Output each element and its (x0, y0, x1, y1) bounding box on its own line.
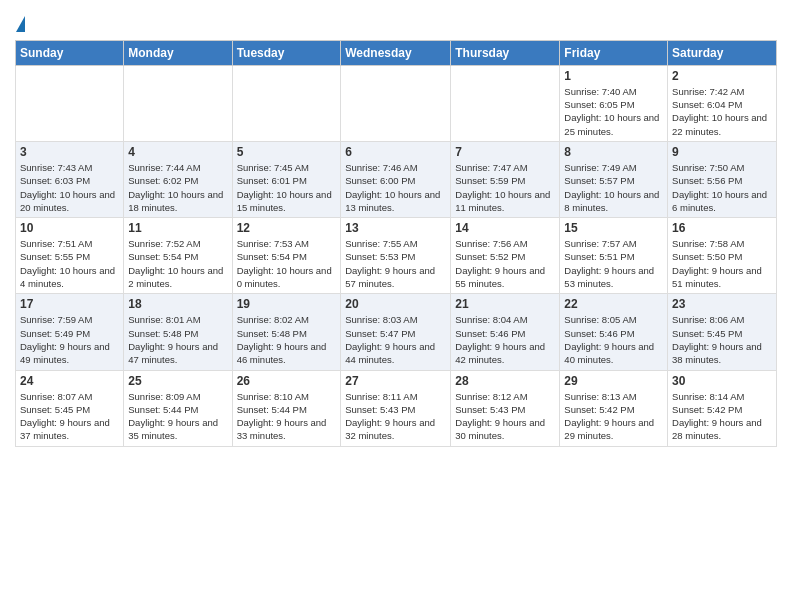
day-number: 1 (564, 69, 663, 83)
day-number: 3 (20, 145, 119, 159)
day-number: 2 (672, 69, 772, 83)
column-header-tuesday: Tuesday (232, 40, 341, 65)
page-header (15, 10, 777, 34)
calendar-cell: 20Sunrise: 8:03 AMSunset: 5:47 PMDayligh… (341, 294, 451, 370)
day-number: 16 (672, 221, 772, 235)
day-number: 7 (455, 145, 555, 159)
day-number: 28 (455, 374, 555, 388)
day-info: Sunrise: 8:04 AMSunset: 5:46 PMDaylight:… (455, 313, 555, 366)
calendar-cell: 5Sunrise: 7:45 AMSunset: 6:01 PMDaylight… (232, 141, 341, 217)
calendar-body: 1Sunrise: 7:40 AMSunset: 6:05 PMDaylight… (16, 65, 777, 446)
calendar-week-3: 10Sunrise: 7:51 AMSunset: 5:55 PMDayligh… (16, 218, 777, 294)
calendar-cell: 21Sunrise: 8:04 AMSunset: 5:46 PMDayligh… (451, 294, 560, 370)
calendar-cell: 25Sunrise: 8:09 AMSunset: 5:44 PMDayligh… (124, 370, 232, 446)
day-info: Sunrise: 8:07 AMSunset: 5:45 PMDaylight:… (20, 390, 119, 443)
calendar-week-5: 24Sunrise: 8:07 AMSunset: 5:45 PMDayligh… (16, 370, 777, 446)
day-number: 10 (20, 221, 119, 235)
column-header-sunday: Sunday (16, 40, 124, 65)
day-number: 25 (128, 374, 227, 388)
day-info: Sunrise: 7:42 AMSunset: 6:04 PMDaylight:… (672, 85, 772, 138)
calendar-cell: 7Sunrise: 7:47 AMSunset: 5:59 PMDaylight… (451, 141, 560, 217)
day-info: Sunrise: 7:45 AMSunset: 6:01 PMDaylight:… (237, 161, 337, 214)
calendar-cell (341, 65, 451, 141)
day-info: Sunrise: 7:53 AMSunset: 5:54 PMDaylight:… (237, 237, 337, 290)
day-info: Sunrise: 7:40 AMSunset: 6:05 PMDaylight:… (564, 85, 663, 138)
day-number: 20 (345, 297, 446, 311)
calendar-cell: 15Sunrise: 7:57 AMSunset: 5:51 PMDayligh… (560, 218, 668, 294)
day-number: 5 (237, 145, 337, 159)
calendar-table: SundayMondayTuesdayWednesdayThursdayFrid… (15, 40, 777, 447)
day-number: 18 (128, 297, 227, 311)
column-header-friday: Friday (560, 40, 668, 65)
calendar-cell: 17Sunrise: 7:59 AMSunset: 5:49 PMDayligh… (16, 294, 124, 370)
logo-general (15, 14, 25, 34)
column-header-saturday: Saturday (668, 40, 777, 65)
calendar-cell: 14Sunrise: 7:56 AMSunset: 5:52 PMDayligh… (451, 218, 560, 294)
day-number: 22 (564, 297, 663, 311)
day-info: Sunrise: 8:14 AMSunset: 5:42 PMDaylight:… (672, 390, 772, 443)
calendar-header-row: SundayMondayTuesdayWednesdayThursdayFrid… (16, 40, 777, 65)
calendar-cell: 16Sunrise: 7:58 AMSunset: 5:50 PMDayligh… (668, 218, 777, 294)
calendar-cell: 8Sunrise: 7:49 AMSunset: 5:57 PMDaylight… (560, 141, 668, 217)
day-info: Sunrise: 7:43 AMSunset: 6:03 PMDaylight:… (20, 161, 119, 214)
day-number: 24 (20, 374, 119, 388)
day-number: 13 (345, 221, 446, 235)
day-number: 14 (455, 221, 555, 235)
day-info: Sunrise: 7:56 AMSunset: 5:52 PMDaylight:… (455, 237, 555, 290)
day-number: 23 (672, 297, 772, 311)
calendar-cell: 23Sunrise: 8:06 AMSunset: 5:45 PMDayligh… (668, 294, 777, 370)
day-number: 19 (237, 297, 337, 311)
calendar-cell: 13Sunrise: 7:55 AMSunset: 5:53 PMDayligh… (341, 218, 451, 294)
day-info: Sunrise: 7:58 AMSunset: 5:50 PMDaylight:… (672, 237, 772, 290)
day-info: Sunrise: 8:13 AMSunset: 5:42 PMDaylight:… (564, 390, 663, 443)
day-info: Sunrise: 8:01 AMSunset: 5:48 PMDaylight:… (128, 313, 227, 366)
day-info: Sunrise: 7:51 AMSunset: 5:55 PMDaylight:… (20, 237, 119, 290)
day-info: Sunrise: 7:44 AMSunset: 6:02 PMDaylight:… (128, 161, 227, 214)
calendar-cell (124, 65, 232, 141)
calendar-cell: 29Sunrise: 8:13 AMSunset: 5:42 PMDayligh… (560, 370, 668, 446)
day-info: Sunrise: 8:02 AMSunset: 5:48 PMDaylight:… (237, 313, 337, 366)
calendar-cell: 22Sunrise: 8:05 AMSunset: 5:46 PMDayligh… (560, 294, 668, 370)
day-number: 17 (20, 297, 119, 311)
calendar-cell: 26Sunrise: 8:10 AMSunset: 5:44 PMDayligh… (232, 370, 341, 446)
day-info: Sunrise: 8:03 AMSunset: 5:47 PMDaylight:… (345, 313, 446, 366)
calendar-cell: 30Sunrise: 8:14 AMSunset: 5:42 PMDayligh… (668, 370, 777, 446)
day-info: Sunrise: 7:49 AMSunset: 5:57 PMDaylight:… (564, 161, 663, 214)
day-info: Sunrise: 7:47 AMSunset: 5:59 PMDaylight:… (455, 161, 555, 214)
calendar-cell: 12Sunrise: 7:53 AMSunset: 5:54 PMDayligh… (232, 218, 341, 294)
day-info: Sunrise: 8:05 AMSunset: 5:46 PMDaylight:… (564, 313, 663, 366)
day-number: 11 (128, 221, 227, 235)
day-number: 30 (672, 374, 772, 388)
calendar-cell: 19Sunrise: 8:02 AMSunset: 5:48 PMDayligh… (232, 294, 341, 370)
calendar-cell: 3Sunrise: 7:43 AMSunset: 6:03 PMDaylight… (16, 141, 124, 217)
calendar-cell: 11Sunrise: 7:52 AMSunset: 5:54 PMDayligh… (124, 218, 232, 294)
column-header-monday: Monday (124, 40, 232, 65)
day-number: 6 (345, 145, 446, 159)
day-info: Sunrise: 7:55 AMSunset: 5:53 PMDaylight:… (345, 237, 446, 290)
logo (15, 10, 25, 34)
calendar-cell: 6Sunrise: 7:46 AMSunset: 6:00 PMDaylight… (341, 141, 451, 217)
calendar-cell (451, 65, 560, 141)
day-info: Sunrise: 8:10 AMSunset: 5:44 PMDaylight:… (237, 390, 337, 443)
day-number: 21 (455, 297, 555, 311)
calendar-cell: 24Sunrise: 8:07 AMSunset: 5:45 PMDayligh… (16, 370, 124, 446)
day-info: Sunrise: 7:57 AMSunset: 5:51 PMDaylight:… (564, 237, 663, 290)
day-info: Sunrise: 7:46 AMSunset: 6:00 PMDaylight:… (345, 161, 446, 214)
calendar-cell (16, 65, 124, 141)
calendar-week-2: 3Sunrise: 7:43 AMSunset: 6:03 PMDaylight… (16, 141, 777, 217)
day-info: Sunrise: 7:59 AMSunset: 5:49 PMDaylight:… (20, 313, 119, 366)
calendar-cell: 2Sunrise: 7:42 AMSunset: 6:04 PMDaylight… (668, 65, 777, 141)
day-number: 29 (564, 374, 663, 388)
calendar-cell: 9Sunrise: 7:50 AMSunset: 5:56 PMDaylight… (668, 141, 777, 217)
day-info: Sunrise: 8:09 AMSunset: 5:44 PMDaylight:… (128, 390, 227, 443)
column-header-thursday: Thursday (451, 40, 560, 65)
day-number: 4 (128, 145, 227, 159)
day-info: Sunrise: 7:52 AMSunset: 5:54 PMDaylight:… (128, 237, 227, 290)
logo-triangle-icon (16, 16, 25, 32)
calendar-cell: 18Sunrise: 8:01 AMSunset: 5:48 PMDayligh… (124, 294, 232, 370)
day-info: Sunrise: 8:12 AMSunset: 5:43 PMDaylight:… (455, 390, 555, 443)
column-header-wednesday: Wednesday (341, 40, 451, 65)
calendar-cell: 1Sunrise: 7:40 AMSunset: 6:05 PMDaylight… (560, 65, 668, 141)
day-info: Sunrise: 8:11 AMSunset: 5:43 PMDaylight:… (345, 390, 446, 443)
calendar-cell: 27Sunrise: 8:11 AMSunset: 5:43 PMDayligh… (341, 370, 451, 446)
